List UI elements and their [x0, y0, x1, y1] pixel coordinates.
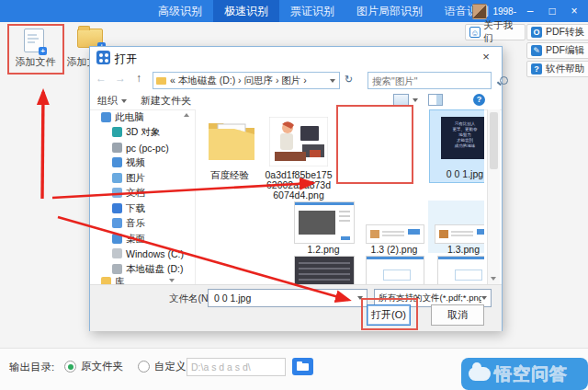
breadcrumb[interactable]: « 本地磁盘 (D:) › 问思序 › 图片 › — [153, 72, 340, 89]
search-box — [368, 72, 492, 89]
radio-custom-label: 自定义 — [154, 360, 187, 373]
picture-icon — [112, 173, 122, 183]
tree-item-music[interactable]: 音乐 — [112, 216, 145, 230]
tree-item-this-pc[interactable]: 此电脑 — [101, 110, 144, 124]
up-icon[interactable]: ↑ — [136, 72, 141, 85]
app-window: 高级识别 极速识别 票证识别 图片局部识别 语音识别 1998- – □ × +… — [0, 0, 588, 390]
file-tile-001-selected[interactable]: 只有比别人 更早、更勤奋 地努力 才能尝到 成功的滋味 0 0 1.jpg — [429, 109, 484, 183]
file-tile-1-3-hover[interactable]: 1.3.png — [428, 201, 484, 253]
dialog-titlebar: 打开 × — [90, 47, 502, 69]
file-label-line3: 6074d4.png — [253, 189, 345, 201]
chevron-down-icon — [413, 98, 418, 102]
pdf-edit-label: PDF编辑 — [546, 44, 584, 57]
organize-label: 组织 — [97, 94, 118, 108]
network-pc-icon — [112, 143, 122, 153]
file-list-scrollbar[interactable] — [487, 109, 500, 284]
output-path-input[interactable] — [187, 359, 285, 375]
tree-item-libraries[interactable]: 库 — [101, 275, 125, 284]
tree-scroll-up-icon[interactable] — [184, 113, 189, 117]
user-avatar[interactable] — [472, 4, 487, 19]
tree-item-downloads[interactable]: 下载 — [112, 201, 145, 215]
folder-icon — [156, 77, 166, 85]
chevron-down-icon — [481, 296, 487, 300]
dialog-close-icon[interactable]: × — [476, 49, 496, 65]
tree-item-local-disk-d[interactable]: 本地磁盘 (D:) — [112, 262, 183, 276]
file-tile-1-2[interactable] — [294, 201, 355, 244]
output-path-field — [187, 358, 286, 376]
browse-folder-button[interactable] — [292, 358, 313, 375]
arrow-to-add-file — [42, 92, 43, 199]
new-folder-label: 新建文件夹 — [141, 94, 191, 108]
search-input[interactable] — [368, 75, 500, 86]
filename-combo — [208, 289, 368, 307]
pdf-edit-button[interactable]: ✎ PDF编辑 — [526, 42, 588, 59]
preview-pane-button[interactable] — [428, 94, 443, 106]
tab-ticket-ocr[interactable]: 票证识别 — [279, 0, 345, 22]
desktop-icon — [112, 234, 122, 244]
tree-item-videos[interactable]: 视频 — [112, 155, 145, 169]
refresh-icon[interactable]: ↻ — [341, 72, 356, 87]
help-button[interactable]: ? — [473, 94, 485, 106]
new-folder-button[interactable]: 新建文件夹 — [141, 94, 191, 108]
add-folder-button[interactable]: + — [77, 29, 103, 48]
search-icon[interactable] — [500, 76, 508, 85]
tab-strip: 高级识别 极速识别 票证识别 图片局部识别 语音识别 — [147, 0, 500, 22]
chevron-down-icon[interactable] — [330, 79, 335, 83]
tree-item-3d-objects[interactable]: 3D 对象 — [112, 125, 160, 139]
breadcrumb-path: « 本地磁盘 (D:) › 问思序 › 图片 › — [170, 75, 307, 87]
download-icon — [112, 203, 122, 213]
question-icon: ? — [531, 63, 542, 75]
music-icon — [112, 218, 122, 228]
file-tile-partial[interactable] — [366, 256, 424, 284]
username: 1998- — [492, 6, 516, 17]
tree-scroll-down-icon[interactable] — [169, 279, 175, 282]
dialog-app-icon — [96, 51, 110, 64]
software-help-button[interactable]: ? 软件帮助 — [526, 61, 588, 77]
video-icon — [112, 157, 122, 167]
tree-item-documents[interactable]: 文档 — [112, 186, 145, 200]
tab-advanced-ocr[interactable]: 高级识别 — [147, 0, 213, 22]
file-list: 百度经验 0a3d1f85be175 62002a2a873d 6074d4.p… — [196, 109, 484, 284]
close-button[interactable]: × — [566, 0, 582, 22]
image-thumbnail — [269, 117, 328, 166]
filetype-value: 所有支持的文件(*.pdf;*.png;*.j — [379, 292, 481, 304]
tab-partial-image-ocr[interactable]: 图片局部识别 — [345, 0, 434, 22]
tree-item-pc[interactable]: pc (pc-pc) — [112, 141, 169, 155]
add-folder-icon: + — [77, 29, 103, 48]
organize-menu[interactable]: 组织 — [97, 94, 127, 108]
forward-icon[interactable]: → — [115, 72, 126, 85]
filename-input[interactable] — [212, 292, 357, 304]
tree-item-desktop[interactable]: 桌面 — [112, 232, 145, 246]
image-thumbnail: 只有比别人 更早、更勤奋 地努力 才能尝到 成功的滋味 — [441, 117, 484, 159]
tree-item-windows-c[interactable]: Windows (C:) — [112, 247, 184, 260]
pdf-convert-button[interactable]: O PDF转换 — [526, 24, 588, 40]
add-file-button[interactable]: + — [24, 29, 44, 52]
file-tile-1-3-2[interactable] — [366, 224, 424, 244]
open-button[interactable]: 打开(O) — [367, 304, 411, 326]
thumbnails-view-icon — [393, 94, 409, 106]
scrollbar-thumb[interactable] — [490, 112, 498, 169]
back-icon[interactable]: ← — [96, 72, 107, 85]
add-file-icon: + — [24, 29, 44, 52]
cancel-button[interactable]: 取消 — [431, 304, 484, 326]
maximize-button[interactable]: □ — [544, 0, 560, 22]
tree-item-pictures[interactable]: 图片 — [112, 171, 145, 185]
scroll-down-icon[interactable] — [491, 277, 496, 281]
dialog-command-row: 组织 新建文件夹 ? — [90, 91, 502, 110]
view-mode-button[interactable] — [393, 94, 418, 106]
drive-icon — [112, 248, 122, 258]
tab-fast-ocr[interactable]: 极速识别 — [213, 0, 279, 22]
file-tile-partial[interactable] — [294, 256, 355, 284]
radio-original-label: 原文件夹 — [81, 360, 123, 373]
radio-custom[interactable]: 自定义 — [138, 360, 187, 373]
file-tile-partial[interactable] — [437, 256, 484, 284]
about-us-button[interactable]: ☺ 关于我们 — [465, 24, 526, 40]
radio-original-folder[interactable]: 原文件夹 — [64, 360, 123, 373]
output-dir-label: 输出目录: — [9, 361, 54, 374]
drive-icon — [112, 264, 122, 274]
cube-icon — [112, 127, 122, 137]
chevron-down-icon[interactable] — [357, 296, 363, 300]
cloud-icon — [469, 367, 491, 381]
pdf-convert-label: PDF转换 — [546, 26, 584, 39]
minimize-button[interactable]: – — [522, 0, 538, 22]
